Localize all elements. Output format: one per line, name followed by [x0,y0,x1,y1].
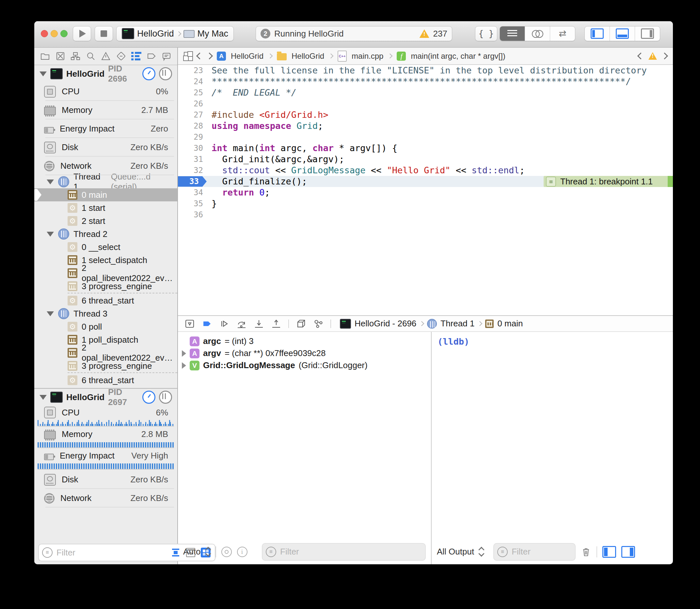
forward-chevron-icon[interactable] [206,53,213,59]
version-editor-button[interactable]: ⇄ [550,27,575,41]
breadcrumb-thread[interactable]: Thread 1 [441,318,474,329]
stack-frame-row[interactable]: ⚙ 6 thread_start [34,374,177,387]
warning-icon[interactable] [648,52,657,60]
output-scope-popup-button[interactable]: All Output [437,547,474,557]
line-number[interactable]: 26 [178,98,203,109]
code-line[interactable]: 26 [178,98,673,109]
close-window-button[interactable] [41,30,48,37]
disclosure-triangle-icon[interactable] [47,179,54,185]
console-filter-input[interactable] [511,546,572,557]
disclosure-triangle-icon[interactable] [47,311,54,316]
breadcrumb-folder[interactable]: HelloGrid [292,52,324,61]
breadcrumb-project[interactable]: HelloGrid [231,52,263,61]
breakpoints-toggle-button[interactable] [202,318,212,329]
stack-frame-row[interactable]: ⚙ 0 poll [34,320,177,333]
stack-frame-row[interactable]: ⚙ 1 start [34,202,177,214]
line-number[interactable]: 35 [178,198,203,209]
line-number[interactable]: 36 [178,209,203,220]
code-line[interactable]: 28using namespace Grid; [178,120,673,132]
disk-gauge-row[interactable]: Disk Zero KB/s [34,138,177,157]
line-number[interactable]: 30 [178,143,203,154]
line-number[interactable]: 31 [178,154,203,165]
filter-running-blocks-button[interactable] [185,547,197,558]
thread-list-icon[interactable]: ≡ [546,177,556,187]
variable-row[interactable]: A argc = (int) 3 [178,335,431,347]
back-chevron-icon[interactable] [196,53,203,59]
code-line[interactable]: 24**************************************… [178,76,673,87]
code-line[interactable]: 23See the full license in the file "LICE… [178,65,673,76]
hide-debug-area-button[interactable] [185,318,195,329]
popup-chevrons-icon[interactable] [479,547,483,556]
project-navigator-tab[interactable] [39,51,51,62]
report-navigator-tab[interactable] [161,51,172,62]
stack-frame-row[interactable]: ⚙ 6 thread_start [34,294,177,307]
navigator-filter-input[interactable] [56,547,167,558]
thread-view-mode-icon[interactable] [159,67,172,80]
disclosure-triangle-icon[interactable] [182,362,186,369]
variable-row[interactable]: A argv = (char **) 0x7ffee9039c28 [178,347,431,359]
stack-frame-row[interactable]: 2 opal_libevent2022_ev… [34,267,177,280]
stack-frame-row-selected[interactable]: 0 main [34,188,177,202]
issue-navigator-tab[interactable] [100,51,111,62]
breakpoint-navigator-tab[interactable] [146,51,157,62]
minimize-window-button[interactable] [51,30,58,37]
code-line[interactable]: 31 Grid_init(&argc,&argv); [178,154,673,165]
line-number[interactable]: 29 [178,132,203,143]
variable-row[interactable]: V Grid::GridLogMessage (Grid::GridLogger… [178,359,431,371]
source-editor[interactable]: 23See the full license in the file "LICE… [178,65,673,315]
line-number[interactable]: 23 [178,65,203,76]
popup-chevrons-icon[interactable] [206,547,210,556]
code-line-breakpoint[interactable]: 33 Grid_finalize(); ≡ Thread 1: breakpoi… [178,176,673,187]
toggle-navigator-button[interactable] [585,27,610,41]
code-line[interactable]: 30int main(int argc, char * argv[]) { [178,143,673,154]
activity-status-view[interactable]: 2 Running HelloGrid 237 [256,26,452,41]
disk-gauge-row[interactable]: Disk Zero KB/s [34,470,177,489]
code-line[interactable]: 34 return 0; [178,187,673,198]
network-gauge-row[interactable]: Network Zero KB/s [34,489,177,507]
debug-view-hierarchy-button[interactable] [296,318,306,329]
zoom-window-button[interactable] [61,30,68,37]
assistant-editor-button[interactable] [525,27,550,41]
quick-look-icon[interactable] [221,547,232,557]
line-number[interactable]: 25 [178,87,203,98]
energy-gauge-row[interactable]: Energy Impact Zero [34,119,177,138]
stop-button[interactable] [95,26,113,41]
stack-frame-row[interactable]: ⚙ 0 __select [34,241,177,254]
memory-gauge-row[interactable]: Memory 2.8 MB [34,427,177,441]
variables-filter-input[interactable] [279,546,422,557]
console-output[interactable]: (lldb) [432,332,673,539]
breadcrumb-process[interactable]: HelloGrid - 2696 [355,318,416,329]
warning-count[interactable]: 237 [433,29,447,39]
performance-gauge-icon[interactable] [142,391,155,404]
code-line[interactable]: 32 std::cout << GridLogMessage << "Hello… [178,165,673,176]
info-icon[interactable]: i [237,547,247,557]
thread-1-row[interactable]: Thread 1 Queue:...d (serial) [34,175,177,188]
toggle-console-view-button[interactable] [621,546,635,558]
thread-view-mode-icon[interactable] [159,391,172,404]
scheme-selector[interactable]: HelloGrid My Mac [116,26,234,41]
line-number[interactable]: 28 [178,120,203,132]
next-issue-chevron-icon[interactable] [661,53,668,59]
breadcrumb-frame[interactable]: 0 main [497,318,523,329]
disclosure-triangle-icon[interactable] [47,232,54,237]
line-number[interactable]: 27 [178,109,203,120]
clear-console-button[interactable] [581,547,591,557]
thread-3-row[interactable]: Thread 3 [34,307,177,320]
test-navigator-tab[interactable] [116,51,127,62]
stack-frame-row[interactable]: 2 opal_libevent2022_ev… [34,346,177,359]
previous-issue-chevron-icon[interactable] [637,53,644,59]
step-into-button[interactable] [254,318,264,329]
line-number[interactable]: 24 [178,76,203,87]
process-row-2696[interactable]: HelloGrid PID 2696 [34,65,177,82]
memory-gauge-row[interactable]: Memory 2.7 MB [34,101,177,119]
code-line[interactable]: 29 [178,132,673,143]
variables-filter-field[interactable]: ≡ [262,543,426,561]
code-snippet-button[interactable]: { } [475,26,497,41]
console-filter-field[interactable]: ≡ [493,543,576,561]
run-button[interactable] [73,26,91,41]
toggle-inspector-button[interactable] [635,27,660,41]
related-items-icon[interactable] [184,52,192,60]
process-row-2697[interactable]: HelloGrid PID 2697 [34,389,177,406]
stack-frame-row[interactable]: 3 progress_engine [34,280,177,293]
disclosure-triangle-icon[interactable] [182,350,186,357]
